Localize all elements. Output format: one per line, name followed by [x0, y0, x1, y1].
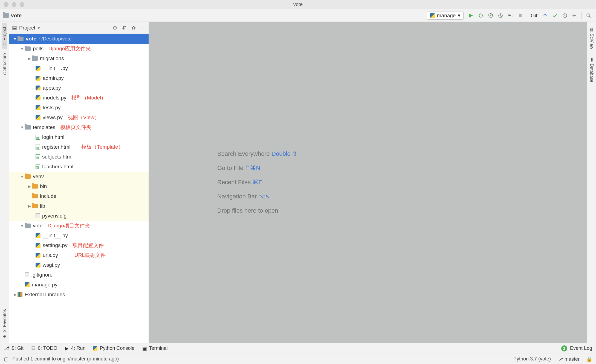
profile-button[interactable]	[496, 11, 505, 20]
tree-folder-templates[interactable]: ▼templates模板页文件夹	[9, 122, 149, 132]
tree-file[interactable]: __init__.py	[9, 231, 149, 240]
tree-folder-bin[interactable]: ▶bin	[9, 181, 149, 191]
left-tool-gutter: 1: Project 7: Structure ★2: Favorites	[0, 22, 9, 343]
project-panel-header: ▤ Project ▾ ⊕ ⇵ ✿ —	[9, 22, 149, 34]
svg-rect-7	[508, 15, 511, 16]
sciview-tool-tab[interactable]: ▦SciView	[589, 23, 594, 53]
svg-point-11	[587, 14, 589, 16]
python-icon	[93, 346, 97, 351]
tree-file[interactable]: settings.py项目配置文件	[9, 240, 149, 250]
hint-recent: Recent Files ⌘E	[217, 179, 262, 186]
collapse-icon[interactable]: ⇵	[122, 25, 126, 31]
tree-file[interactable]: apps.py	[9, 83, 149, 93]
project-tree[interactable]: ▼vote~/Desktop/vote ▼pollsDjango应用文件夹 ▶m…	[9, 34, 149, 343]
tree-file[interactable]: tests.py	[9, 103, 149, 113]
stop-button[interactable]	[516, 11, 525, 20]
tree-folder-lib[interactable]: ▶lib	[9, 201, 149, 211]
annotation: Django项目文件夹	[48, 222, 90, 229]
tree-file[interactable]: login.html	[9, 132, 149, 142]
hint-navbar: Navigation Bar ⌥↖	[217, 193, 270, 200]
window-icon[interactable]: ▢	[4, 356, 8, 362]
tree-file[interactable]: __init__.py	[9, 63, 149, 73]
right-tool-gutter: ▦SciView ▮Database	[587, 22, 596, 343]
debug-button[interactable]	[476, 11, 485, 20]
tree-root[interactable]: ▼vote~/Desktop/vote	[9, 34, 149, 44]
annotation: 模板（Template）	[81, 143, 123, 151]
project-view-icon: ▤	[12, 25, 17, 31]
window-title: vote	[293, 2, 303, 7]
window-controls	[4, 2, 24, 7]
hint-goto: Go to File ⇧⌘N	[217, 165, 260, 172]
tree-file[interactable]: models.py模型（Model）	[9, 93, 149, 103]
locate-icon[interactable]: ⊕	[113, 25, 117, 31]
annotation: 模型（Model）	[71, 94, 106, 101]
project-panel-title[interactable]: Project	[19, 25, 35, 31]
svg-point-5	[501, 16, 502, 17]
branch-icon: ⎇	[557, 357, 563, 363]
project-tool-tab[interactable]: 1: Project	[2, 23, 7, 49]
tree-file[interactable]: wsgi.py	[9, 260, 149, 270]
run-config-selector[interactable]: manage ▾	[427, 11, 464, 20]
tree-external-libraries[interactable]: ▶External Libraries	[9, 290, 149, 300]
favorites-tool-tab[interactable]: ★2: Favorites	[2, 305, 7, 343]
tree-folder-include[interactable]: include	[9, 191, 149, 201]
coverage-button[interactable]	[486, 11, 495, 20]
hint-drop: Drop files here to open	[217, 207, 278, 214]
run-tool-tab[interactable]: ▶4: Run	[65, 345, 85, 351]
tree-file-gitignore[interactable]: .gitignore	[9, 270, 149, 280]
run-button[interactable]	[466, 11, 476, 20]
git-branch-widget[interactable]: ⎇ master	[557, 356, 580, 362]
tree-file[interactable]: register.html模板（Template）	[9, 142, 149, 152]
event-log-tool-tab[interactable]: Event Log	[570, 345, 592, 351]
chevron-down-icon: ▾	[458, 12, 461, 19]
svg-point-0	[479, 14, 482, 17]
update-project-button[interactable]	[540, 11, 550, 20]
search-everywhere-button[interactable]	[584, 11, 593, 20]
interpreter-selector[interactable]: Python 3.7 (vote)	[513, 356, 551, 362]
python-console-tool-tab[interactable]: Python Console	[93, 345, 134, 351]
tree-file[interactable]: urls.pyURL映射文件	[9, 250, 149, 260]
tree-file[interactable]: admin.py	[9, 73, 149, 83]
tree-file[interactable]: views.py视图（View）	[9, 113, 149, 122]
tree-file[interactable]: pyvenv.cfg	[9, 211, 149, 221]
git-label: Git:	[531, 13, 539, 19]
editor-empty-state[interactable]: Search Everywhere Double ⇧ Go to File ⇧⌘…	[149, 22, 587, 343]
svg-rect-9	[519, 14, 522, 17]
svg-rect-8	[508, 17, 510, 17]
tree-file[interactable]: teachers.html	[9, 162, 149, 172]
structure-tool-tab[interactable]: 7: Structure	[2, 49, 7, 80]
git-tool-tab[interactable]: ⎇9: Git	[4, 345, 24, 351]
revert-button[interactable]	[570, 11, 579, 20]
commit-button[interactable]	[550, 11, 560, 20]
minimize-window-button[interactable]	[12, 2, 16, 7]
chevron-down-icon[interactable]: ▾	[37, 25, 40, 31]
breadcrumb[interactable]: vote	[11, 13, 22, 19]
tree-file-manage[interactable]: manage.py	[9, 280, 149, 290]
maximize-window-button[interactable]	[20, 2, 24, 7]
annotation: 模板页文件夹	[60, 124, 91, 131]
terminal-tool-tab[interactable]: ▣Terminal	[142, 345, 168, 351]
hide-icon[interactable]: —	[141, 25, 146, 31]
svg-rect-6	[508, 14, 510, 14]
status-bar: ▢ Pushed 1 commit to origin/master (a mi…	[0, 354, 596, 364]
project-panel: ▤ Project ▾ ⊕ ⇵ ✿ — ▼vote~/Desktop/vote …	[9, 22, 149, 343]
play-icon: ▶	[65, 345, 69, 351]
separator	[527, 12, 527, 19]
title-bar: vote	[0, 0, 596, 9]
hint-search: Search Everywhere Double ⇧	[217, 150, 297, 157]
tree-folder-vote[interactable]: ▼voteDjango项目文件夹	[9, 221, 149, 231]
annotation: 视图（View）	[68, 114, 100, 121]
terminal-icon: ▣	[142, 345, 147, 351]
tree-folder-venv[interactable]: ▼venv	[9, 172, 149, 181]
branch-icon: ⎇	[4, 345, 10, 351]
database-tool-tab[interactable]: ▮Database	[589, 53, 594, 86]
tree-file[interactable]: subjects.html	[9, 152, 149, 162]
todo-tool-tab[interactable]: ☲6: TODO	[31, 345, 57, 351]
close-window-button[interactable]	[4, 2, 8, 7]
tree-folder-polls[interactable]: ▼pollsDjango应用文件夹	[9, 44, 149, 54]
history-button[interactable]	[560, 11, 569, 20]
gear-icon[interactable]: ✿	[131, 25, 136, 31]
concurrent-button[interactable]	[506, 11, 515, 20]
lock-icon[interactable]: 🔒	[586, 356, 592, 362]
tree-folder-migrations[interactable]: ▶migrations	[9, 54, 149, 63]
